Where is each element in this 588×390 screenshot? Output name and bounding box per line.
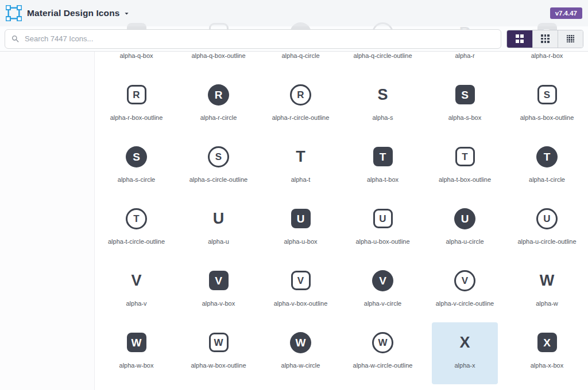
mdi-logo-icon[interactable] <box>6 5 22 21</box>
icon-label: alpha-t-circle <box>529 176 565 184</box>
alpha-x-box-icon: X <box>537 332 557 353</box>
icon-label: alpha-u-box-outline <box>355 237 409 246</box>
header: Material Design Icons v7.4.47 <box>0 0 588 52</box>
icon-label: alpha-t-circle-outline <box>108 237 165 246</box>
alpha-t-box-icon: T <box>373 146 393 167</box>
view-toggle-medium[interactable] <box>532 30 558 48</box>
icon-label: alpha-s-circle <box>118 176 155 184</box>
icon-cell-alpha-u[interactable]: Ualpha-u <box>185 198 252 260</box>
version-badge[interactable]: v7.4.47 <box>550 7 582 19</box>
app-window: Qalpha-q-boxQalpha-q-box-outlineQalpha-q… <box>0 0 588 390</box>
icon-cell-alpha-t-box[interactable]: Talpha-t-box <box>350 136 416 198</box>
icon-label: alpha-v-circle-outline <box>436 299 494 308</box>
icon-cell-alpha-v-box-outline[interactable]: Valpha-v-box-outline <box>268 260 334 322</box>
icon-row: Salpha-s-circleSalpha-s-circle-outlineTa… <box>95 136 588 198</box>
alpha-v-circle-outline-icon: V <box>454 270 475 291</box>
icon-cell-alpha-w-box-outline[interactable]: Walpha-w-box-outline <box>185 322 252 384</box>
icon-cell-alpha-s-circle[interactable]: Salpha-s-circle <box>103 136 169 198</box>
alpha-w-box-icon: W <box>127 332 146 353</box>
alpha-t-circle-icon: T <box>536 146 558 167</box>
alpha-s-circle-icon: S <box>126 146 147 167</box>
icon-cell-alpha-w-circle-outline[interactable]: Walpha-w-circle-outline <box>350 322 416 384</box>
icon-cell-alpha-v[interactable]: Valpha-v <box>103 260 169 322</box>
search-input[interactable] <box>25 34 495 43</box>
alpha-r-circle-icon: R <box>208 84 229 106</box>
alpha-u-box-outline-icon: U <box>373 208 393 229</box>
icon-cell-alpha-r-circle-outline[interactable]: Ralpha-r-circle-outline <box>268 75 334 136</box>
icon-grid: Qalpha-q-boxQalpha-q-box-outlineQalpha-q… <box>95 13 588 384</box>
letter-glyph: S <box>455 85 475 104</box>
icon-cell-alpha-u-box[interactable]: Ualpha-u-box <box>268 198 334 260</box>
site-title-dropdown[interactable]: Material Design Icons <box>27 8 131 18</box>
icon-label: alpha-u-circle-outline <box>517 237 576 246</box>
icon-cell-alpha-u-circle[interactable]: Ualpha-u-circle <box>432 198 498 260</box>
icon-cell-alpha-v-box[interactable]: Valpha-v-box <box>185 260 252 322</box>
icon-cell-alpha-t-circle[interactable]: Talpha-t-circle <box>514 136 580 198</box>
icon-cell-alpha-x[interactable]: Xalpha-x <box>432 322 498 384</box>
letter-glyph: R <box>290 84 311 106</box>
icon-cell-alpha-r-box-outline[interactable]: Ralpha-r-box-outline <box>103 75 169 136</box>
letter-glyph: T <box>126 208 147 229</box>
alpha-w-circle-outline-icon: W <box>372 332 393 353</box>
icon-label: alpha-r-circle <box>200 114 237 122</box>
icon-cell-alpha-s-circle-outline[interactable]: Salpha-s-circle-outline <box>185 136 252 198</box>
alpha-w-icon: W <box>540 270 554 291</box>
icon-cell-alpha-u-box-outline[interactable]: Ualpha-u-box-outline <box>350 198 416 260</box>
icon-label: alpha-s-box <box>448 114 481 122</box>
icon-cell-alpha-w[interactable]: Walpha-w <box>514 260 580 322</box>
alpha-u-icon: U <box>213 208 225 229</box>
icon-cell-alpha-r-circle[interactable]: Ralpha-r-circle <box>185 75 252 136</box>
icon-cell-alpha-w-box[interactable]: Walpha-w-box <box>103 322 169 384</box>
letter-glyph: S <box>377 87 388 103</box>
icon-label: alpha-u-box <box>284 237 317 246</box>
view-toggle-group <box>506 30 583 48</box>
icon-cell-alpha-t[interactable]: Talpha-t <box>268 136 334 198</box>
letter-glyph: R <box>127 85 146 104</box>
icon-cell-alpha-t-box-outline[interactable]: Talpha-t-box-outline <box>432 136 498 198</box>
icon-label: alpha-r-circle-outline <box>272 114 330 122</box>
icon-cell-alpha-u-circle-outline[interactable]: Ualpha-u-circle-outline <box>514 198 580 260</box>
icon-label: alpha-r <box>455 52 474 60</box>
letter-glyph: S <box>126 146 147 167</box>
letter-glyph: X <box>537 333 557 352</box>
chevron-down-icon <box>122 9 131 18</box>
icon-label: alpha-w-box-outline <box>191 361 246 370</box>
alpha-v-box-icon: V <box>209 270 229 291</box>
letter-glyph: W <box>540 273 554 288</box>
icon-cell-alpha-w-circle[interactable]: Walpha-w-circle <box>268 322 334 384</box>
grid-4x4-icon <box>567 35 574 42</box>
icon-cell-alpha-v-circle[interactable]: Valpha-v-circle <box>350 260 416 322</box>
icon-cell-alpha-t-circle-outline[interactable]: Talpha-t-circle-outline <box>103 198 169 260</box>
view-toggle-small[interactable] <box>558 30 583 48</box>
icon-cell-alpha-x-box[interactable]: Xalpha-x-box <box>514 322 580 384</box>
icon-label: alpha-s-circle-outline <box>189 176 248 184</box>
icon-label: alpha-q-box <box>119 52 153 60</box>
alpha-u-box-icon: U <box>291 208 311 229</box>
alpha-r-circle-outline-icon: R <box>290 84 311 106</box>
icon-row: Ralpha-r-box-outlineRalpha-r-circleRalph… <box>95 75 588 136</box>
letter-glyph: W <box>372 332 393 353</box>
icon-label: alpha-v-box <box>202 299 235 308</box>
letter-glyph: T <box>373 147 393 166</box>
icon-label: alpha-q-box-outline <box>191 52 245 60</box>
letter-glyph: U <box>291 209 311 228</box>
alpha-u-circle-icon: U <box>454 208 475 229</box>
letter-glyph: R <box>208 84 229 106</box>
icon-row: Valpha-vValpha-v-boxValpha-v-box-outline… <box>95 260 588 322</box>
icon-label: alpha-w <box>536 299 558 308</box>
letter-glyph: V <box>209 271 229 290</box>
icon-label: alpha-w-circle-outline <box>353 361 413 370</box>
letter-glyph: X <box>459 335 470 350</box>
alpha-s-icon: S <box>377 84 388 106</box>
letter-glyph: T <box>536 146 558 167</box>
icon-row: Talpha-t-circle-outlineUalpha-uUalpha-u-… <box>95 198 588 260</box>
icon-cell-alpha-v-circle-outline[interactable]: Valpha-v-circle-outline <box>432 260 498 322</box>
icon-cell-alpha-s[interactable]: Salpha-s <box>350 75 416 136</box>
letter-glyph: U <box>213 211 225 227</box>
view-toggle-large[interactable] <box>507 30 532 48</box>
alpha-x-icon: X <box>459 332 470 353</box>
icon-cell-alpha-s-box-outline[interactable]: Salpha-s-box-outline <box>514 75 580 136</box>
icon-cell-alpha-s-box[interactable]: Salpha-s-box <box>432 75 498 136</box>
letter-glyph: U <box>454 208 475 229</box>
icon-label: alpha-s <box>372 114 393 122</box>
